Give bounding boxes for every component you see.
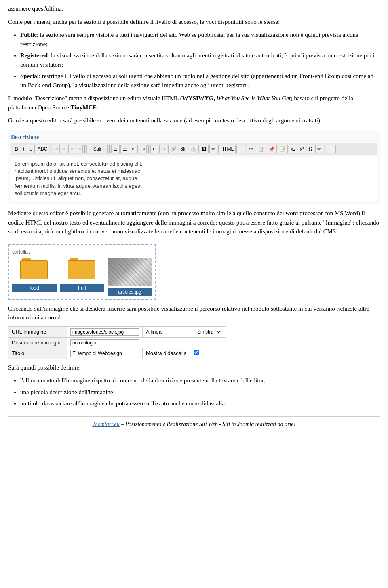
articles-thumbnail: [108, 258, 152, 286]
sep2: [84, 145, 85, 153]
para4: Grazie a questo editor sarà possibile sc…: [8, 116, 380, 125]
descrizione-section: Descrizione B I U ABC ≡ ≡ ≡ ≡ -- Stili -…: [8, 130, 380, 204]
lightbox-header: cartella /: [12, 248, 152, 256]
lightbox-panel: cartella / food fruit articles.jpg: [8, 244, 156, 300]
para3-end: .: [97, 104, 98, 111]
editor-body[interactable]: Lorem ipsum dolor sit amet, consectetur …: [11, 157, 377, 201]
copy-button[interactable]: 📋: [256, 145, 266, 154]
public-label: Public: [20, 32, 37, 38]
caption-checkbox[interactable]: [194, 350, 199, 355]
bold-button[interactable]: B: [13, 145, 20, 154]
folder-fruit[interactable]: fruit: [60, 258, 104, 296]
para3: Il modulo "Descrizione" mette a disposiz…: [8, 94, 380, 112]
align-value[interactable]: Sinistra: [190, 326, 226, 337]
align-left-button[interactable]: ≡: [53, 145, 60, 154]
para2-text: Come per i menu, anche per le sezioni è …: [8, 19, 280, 25]
wysiwyg-italic: , What You See Is What You Get: [213, 95, 291, 101]
special-char-button[interactable]: Ω: [307, 145, 314, 154]
url-value[interactable]: [67, 326, 142, 337]
align-center-button[interactable]: ≡: [61, 145, 67, 154]
form-row-desc: Descrizione immagine: [8, 337, 226, 348]
outdent-button[interactable]: ⇤: [130, 145, 138, 154]
indent-button[interactable]: ⇥: [139, 145, 147, 154]
editor-line4: fermentum mollis. In vitae augue. Aenean…: [15, 183, 373, 190]
bullet2-3: un titolo da associare all'immagine che …: [20, 399, 380, 408]
paste-button[interactable]: 📌: [267, 145, 277, 154]
desc-label: Descrizione immagine: [8, 337, 67, 348]
subscript-button[interactable]: x₂: [289, 145, 297, 154]
desc-value[interactable]: [67, 337, 226, 348]
cleanup-button[interactable]: ✏: [209, 145, 217, 154]
italic-button[interactable]: I: [21, 145, 26, 154]
form-row-url: URL immagine Allinea Sinistra: [8, 326, 226, 337]
superscript-button[interactable]: x²: [298, 145, 306, 154]
folder-row: food fruit articles.jpg: [12, 258, 152, 296]
para7: Sarà quindi possibile definire:: [8, 363, 380, 372]
para6: Cliccando sull'immagine che si desidera …: [8, 304, 380, 322]
title-input[interactable]: [70, 350, 139, 357]
pastetext-button[interactable]: 📝: [278, 145, 288, 154]
style-select[interactable]: -- Stili --: [86, 145, 108, 154]
link-button[interactable]: 🔗: [168, 145, 178, 154]
ol-button[interactable]: ☰: [120, 145, 129, 154]
html-button[interactable]: HTML: [218, 145, 236, 154]
folder-food-label: food: [12, 284, 57, 292]
editor-toolbar[interactable]: B I U ABC ≡ ≡ ≡ ≡ -- Stili -- ☰ ☰ ⇤ ⇥ ↩ …: [11, 143, 377, 155]
fullscreen-button[interactable]: ⛶: [236, 145, 245, 154]
folder-food[interactable]: food: [12, 258, 57, 296]
footer-link[interactable]: Joomlart.eu: [93, 421, 120, 427]
url-input[interactable]: [70, 328, 139, 336]
caption-check[interactable]: [190, 348, 226, 359]
align-select[interactable]: Sinistra: [194, 328, 222, 336]
access-list: Public: la sezione sarà sempre visibile …: [20, 30, 380, 90]
sep1: [51, 145, 51, 153]
list-item-special: Special: restringe il livello di accesso…: [20, 71, 380, 90]
list-item-public: Public: la sezione sarà sempre visibile …: [20, 30, 380, 48]
hr-button[interactable]: —: [327, 145, 336, 154]
align-right-button[interactable]: ≡: [68, 145, 75, 154]
folder-body: [20, 260, 48, 279]
special-text: : restringe il livello di accesso ai sol…: [20, 73, 373, 88]
page-footer: Joomlart.eu – Posizionamento e Realizzaz…: [8, 416, 380, 428]
align-label: Allinea: [142, 326, 190, 337]
folder-articles[interactable]: articles.jpg: [108, 258, 152, 296]
url-label: URL immagine: [8, 326, 67, 337]
unlink-button[interactable]: ⛓: [179, 145, 188, 154]
registered-text: : la visualizzazione della sezione sarà …: [20, 52, 375, 68]
desc-input[interactable]: [70, 339, 139, 346]
editor-line2: habitant morbi tristique senectus et net…: [15, 168, 373, 175]
bullets2-list: l'allineamento dell'immagine rispetto ai…: [20, 376, 380, 408]
para1: assumere quest'ultima.: [8, 4, 380, 13]
title-value[interactable]: [67, 348, 142, 359]
align-justify-button[interactable]: ≡: [76, 145, 83, 154]
bullet2-1: l'allineamento dell'immagine rispetto ai…: [20, 376, 380, 385]
folder-food-icon: [20, 258, 48, 282]
wysiwyg-bold: WYSIWYG: [182, 95, 214, 101]
sep4: [148, 145, 149, 153]
anchor-button[interactable]: ⚓: [189, 145, 199, 154]
editor-line5: sollicitudin magna eget arcu.: [15, 190, 373, 197]
para3-prefix: Il modulo "Descrizione" mette a disposiz…: [8, 95, 182, 101]
form-row-title: Titolo Mostra didascalia: [8, 348, 226, 359]
undo-button[interactable]: ↩: [150, 145, 158, 154]
image-button[interactable]: 🖼: [200, 145, 209, 154]
ul-button[interactable]: ☰: [111, 145, 120, 154]
list-item-registered: Registered: la visualizzazione della sez…: [20, 51, 380, 69]
underline-button[interactable]: U: [27, 145, 35, 154]
redo-button[interactable]: ↪: [159, 145, 167, 154]
sep3: [109, 145, 110, 153]
image-form: URL immagine Allinea Sinistra Descrizion…: [8, 326, 226, 359]
title-label: Titolo: [8, 348, 67, 359]
footer-text: – Posizionamento e Realizzazione Siti We…: [120, 421, 296, 427]
draw-button[interactable]: ✏: [315, 145, 323, 154]
editor-line1: Lorem ipsum dolor sit amet, consectetur …: [15, 160, 373, 168]
editor-line3: ipsum, ultricies ut, aliquet non, consec…: [15, 175, 373, 182]
cut-button[interactable]: ✂: [247, 145, 255, 154]
caption-label: Mostra didascalia: [142, 348, 190, 359]
folder-fruit-label: fruit: [60, 284, 104, 292]
strikethrough-button[interactable]: ABC: [36, 145, 50, 154]
public-text: : la sezione sarà sempre visibile a tutt…: [20, 32, 358, 47]
registered-label: Registered: [20, 52, 48, 59]
para5: Mediante questo editor è possibile gener…: [8, 209, 380, 236]
para2: Come per i menu, anche per le sezioni è …: [8, 17, 380, 27]
